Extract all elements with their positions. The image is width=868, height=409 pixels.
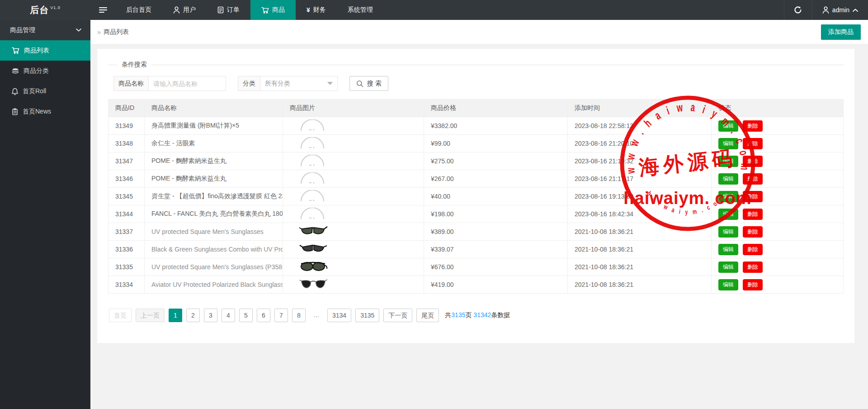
cell-product-image: [283, 135, 424, 152]
product-name-label: 商品名称: [113, 76, 148, 91]
breadcrumb: » 商品列表: [97, 28, 129, 36]
nav-item-订单[interactable]: 订单: [207, 0, 250, 20]
delete-button[interactable]: 删除: [743, 226, 763, 238]
search-legend: 条件搜索: [117, 61, 151, 69]
cell-product-price: ¥40.00: [424, 188, 568, 205]
sidebar-group-product-management[interactable]: 商品管理: [0, 20, 90, 40]
pagination-button-5[interactable]: 5: [239, 309, 253, 322]
delete-button[interactable]: 删除: [743, 191, 763, 202]
edit-button[interactable]: 编辑: [718, 226, 738, 238]
cell-product-price: ¥198.00: [424, 205, 568, 223]
product-image: [299, 190, 417, 203]
table-row: 31336Black & Green Sunglasses Combo with…: [108, 241, 844, 258]
user-icon: [173, 6, 180, 14]
pagination-button-3134[interactable]: 3134: [327, 309, 351, 322]
nav-item-用户[interactable]: 用户: [162, 0, 207, 20]
delete-button[interactable]: 删除: [743, 156, 763, 167]
sidebar-collapse-button[interactable]: [90, 0, 115, 20]
admin-name: admin: [832, 6, 849, 14]
cell-product-id: 31335: [108, 258, 145, 276]
product-image: [299, 278, 417, 291]
product-name-input[interactable]: [148, 76, 226, 91]
pagination-button-7[interactable]: 7: [274, 309, 288, 322]
sidebar-item-商品列表[interactable]: 商品列表: [0, 40, 90, 61]
edit-button[interactable]: 编辑: [718, 191, 738, 202]
nav-item-后台首页[interactable]: 后台首页: [115, 0, 162, 20]
refresh-button[interactable]: [784, 0, 812, 20]
pagination-button-4[interactable]: 4: [222, 309, 235, 322]
sidebar-item-首页News[interactable]: 首页News: [0, 101, 90, 122]
bell-icon: [12, 88, 18, 95]
nav-item-商品[interactable]: 商品: [250, 0, 296, 20]
delete-button[interactable]: 删除: [743, 262, 763, 273]
edit-button[interactable]: 编辑: [718, 209, 738, 220]
sidebar-group-label: 商品管理: [10, 26, 35, 34]
cell-product-name: Black & Green Sunglasses Combo with UV P…: [145, 241, 283, 258]
topbar: 后台 V1.0 后台首页用户订单商品¥财务系统管理 admin: [0, 0, 868, 20]
search-icon: [356, 80, 363, 87]
edit-button[interactable]: 编辑: [718, 120, 738, 132]
pagination-button-下一页[interactable]: 下一页: [383, 309, 412, 322]
edit-button[interactable]: 编辑: [718, 138, 738, 149]
cell-actions: 编辑删除: [712, 241, 844, 258]
refresh-icon: [794, 6, 802, 14]
column-header: 商品价格: [424, 100, 568, 117]
delete-button[interactable]: 删除: [743, 120, 763, 132]
cell-actions: 编辑删除: [712, 170, 844, 188]
pagination-button-上一页[interactable]: 上一页: [136, 309, 165, 322]
edit-button[interactable]: 编辑: [718, 156, 738, 167]
add-product-button[interactable]: 添加商品: [821, 24, 861, 40]
nav-item-label: 订单: [227, 6, 240, 14]
cell-product-image: [283, 276, 424, 294]
cell-product-name: POME - 麴酵素納米益生丸: [145, 152, 283, 170]
column-header: 商品ID: [108, 100, 145, 117]
sidebar-item-首页Roll[interactable]: 首页Roll: [0, 81, 90, 101]
cell-product-image: [283, 170, 424, 188]
cell-actions: 编辑删除: [712, 152, 844, 170]
cell-product-id: 31346: [108, 170, 145, 188]
pagination-button-2[interactable]: 2: [186, 309, 200, 322]
pagination-button-6[interactable]: 6: [257, 309, 270, 322]
cell-added-time: 2023-08-16 19:13:02: [568, 188, 712, 205]
edit-button[interactable]: 编辑: [718, 279, 738, 290]
cell-product-id: 31344: [108, 205, 145, 223]
cell-product-price: ¥3382.00: [424, 117, 568, 135]
table-row: 31344FANCL - FANCL 美白丸 亮白營養素美白丸 180粒 (..…: [108, 205, 844, 223]
edit-button[interactable]: 编辑: [718, 244, 738, 255]
search-button[interactable]: 搜 索: [349, 76, 388, 91]
cell-product-id: 31347: [108, 152, 145, 170]
sidebar-item-label: 商品列表: [24, 47, 49, 55]
delete-button[interactable]: 删除: [743, 244, 763, 255]
main-area: » 商品列表 添加商品 条件搜索 商品名称 分类 所有分类 搜 索: [90, 20, 868, 343]
page-title: 商品列表: [104, 28, 129, 36]
product-image: [299, 155, 417, 167]
cell-product-image: [283, 152, 424, 170]
pagination-button-尾页[interactable]: 尾页: [416, 309, 439, 322]
cell-product-id: 31345: [108, 188, 145, 205]
nav-item-系统管理[interactable]: 系统管理: [337, 0, 384, 20]
admin-menu[interactable]: admin: [812, 0, 868, 20]
table-row: 31334Aviator UV Protected Polarized Blac…: [108, 276, 844, 294]
pagination-button-首页[interactable]: 首页: [109, 309, 132, 322]
cell-added-time: 2023-08-16 21:19:32: [568, 152, 712, 170]
delete-button[interactable]: 删除: [743, 173, 763, 185]
category-select[interactable]: 所有分类: [260, 76, 338, 91]
table-row: 31346POME - 麴酵素納米益生丸¥267.002023-08-16 21…: [108, 170, 844, 188]
cell-added-time: 2021-10-08 18:36:21: [568, 223, 712, 241]
edit-button[interactable]: 编辑: [718, 173, 738, 185]
pagination-button-1[interactable]: 1: [169, 309, 182, 322]
nav-item-财务[interactable]: ¥财务: [296, 0, 337, 20]
cell-actions: 编辑删除: [712, 258, 844, 276]
delete-button[interactable]: 删除: [743, 279, 763, 290]
chevron-up-icon: [853, 9, 858, 12]
sidebar-item-商品分类[interactable]: 商品分类: [0, 61, 90, 81]
delete-button[interactable]: 删除: [743, 138, 763, 149]
cell-product-price: ¥419.00: [424, 276, 568, 294]
pagination-button-8[interactable]: 8: [292, 309, 306, 322]
pagination-button-3[interactable]: 3: [204, 309, 217, 322]
delete-button[interactable]: 删除: [743, 209, 763, 220]
category-selected-value: 所有分类: [265, 80, 290, 88]
edit-button[interactable]: 编辑: [718, 262, 738, 273]
pagination-button-3135[interactable]: 3135: [355, 309, 379, 322]
layers-icon: [12, 68, 19, 74]
